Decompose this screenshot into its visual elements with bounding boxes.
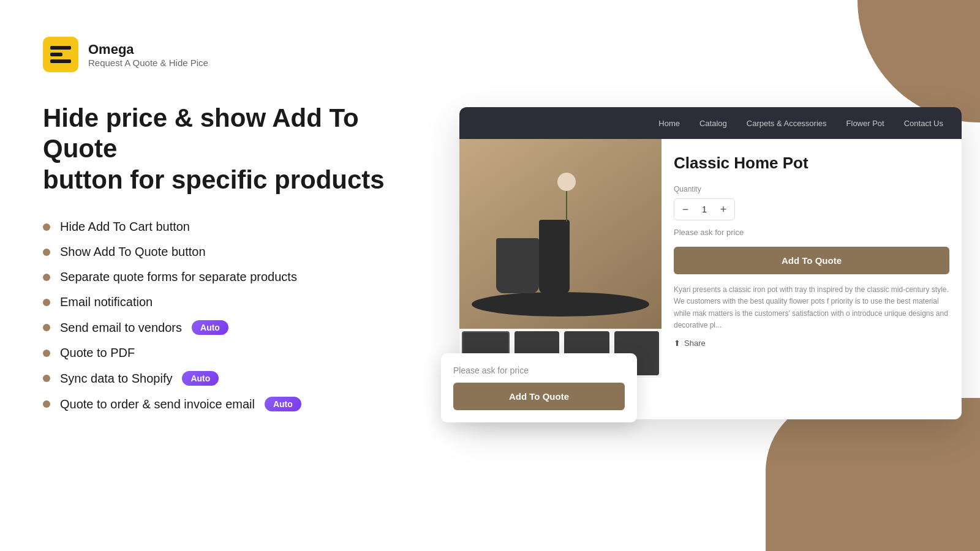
quantity-increase-button[interactable]: + (712, 199, 734, 220)
logo-subtitle: Request A Quote & Hide Pice (88, 58, 208, 68)
logo-icon (43, 37, 78, 72)
auto-badge: Auto (182, 371, 219, 386)
bullet-icon (43, 249, 50, 256)
logo-text: Omega Request A Quote & Hide Pice (88, 42, 208, 68)
bullet-icon (43, 350, 50, 357)
logo-bar-2 (50, 53, 62, 56)
nav-item-carpets[interactable]: Carpets & Accessories (747, 119, 827, 128)
bullet-icon (43, 400, 50, 408)
quantity-label: Quantity (674, 185, 949, 193)
bullet-icon (43, 223, 50, 231)
list-item: Sync data to Shopify Auto (43, 371, 404, 386)
feature-text: Email notification (60, 295, 153, 309)
right-panel: Home Catalog Carpets & Accessories Flowe… (429, 0, 980, 551)
heading-line2: button for specific products (43, 165, 385, 194)
left-panel: Omega Request A Quote & Hide Pice Hide p… (0, 0, 447, 551)
feature-text: Separate quote forms for separate produc… (60, 270, 297, 284)
share-icon: ⬆ (674, 339, 680, 348)
quantity-decrease-button[interactable]: − (674, 199, 696, 220)
nav-items: Home Catalog Carpets & Accessories Flowe… (658, 119, 943, 128)
product-main-image (459, 139, 662, 329)
feature-text: Sync data to Shopify (60, 372, 172, 386)
nav-item-catalog[interactable]: Catalog (699, 119, 727, 128)
flower-decoration (542, 173, 591, 222)
bullet-icon (43, 375, 50, 382)
feature-text: Hide Add To Cart button (60, 220, 190, 234)
quantity-control: − 1 + (674, 198, 735, 220)
flower-head (557, 173, 576, 191)
product-description: Kyari presents a classic iron pot with t… (674, 284, 949, 331)
table-surface (472, 292, 649, 317)
feature-list: Hide Add To Cart button Show Add To Quot… (43, 220, 404, 411)
list-item: Email notification (43, 295, 404, 309)
list-item: Send email to vendors Auto (43, 320, 404, 335)
bullet-icon (43, 299, 50, 306)
add-to-quote-button[interactable]: Add To Quote (674, 247, 949, 274)
product-details: Classic Home Pot Quantity − 1 + Please a… (662, 139, 962, 419)
product-title: Classic Home Pot (674, 154, 949, 173)
feature-text: Show Add To Quote button (60, 245, 206, 259)
feature-text: Quote to PDF (60, 346, 135, 360)
bullet-icon (43, 274, 50, 281)
main-heading: Hide price & show Add To Quote button fo… (43, 103, 404, 195)
ask-for-price-text: Please ask for price (674, 228, 949, 237)
list-item: Show Add To Quote button (43, 245, 404, 259)
auto-badge: Auto (192, 320, 228, 335)
pot-wide (496, 238, 539, 293)
pot-scene (459, 139, 662, 329)
bullet-icon (43, 324, 50, 331)
feature-text: Send email to vendors (60, 321, 182, 335)
nav-item-flower-pot[interactable]: Flower Pot (846, 119, 884, 128)
logo-bar-3 (50, 59, 71, 63)
popup-card: Please ask for price Add To Quote (441, 353, 637, 422)
nav-item-contact[interactable]: Contact Us (904, 119, 943, 128)
popup-ask-price: Please ask for price (453, 365, 625, 375)
heading-line1: Hide price & show Add To Quote (43, 103, 359, 163)
logo-title: Omega (88, 42, 208, 58)
browser-nav: Home Catalog Carpets & Accessories Flowe… (459, 107, 962, 139)
list-item: Hide Add To Cart button (43, 220, 404, 234)
pot-tall (539, 220, 570, 293)
quantity-value: 1 (696, 204, 712, 214)
list-item: Quote to order & send invoice email Auto (43, 397, 404, 411)
auto-badge: Auto (265, 397, 301, 411)
share-link[interactable]: ⬆ Share (674, 339, 949, 348)
logo-bar-1 (50, 46, 71, 50)
share-label: Share (684, 339, 706, 348)
list-item: Quote to PDF (43, 346, 404, 360)
list-item: Separate quote forms for separate produc… (43, 270, 404, 284)
nav-item-home[interactable]: Home (658, 119, 680, 128)
popup-add-to-quote-button[interactable]: Add To Quote (453, 383, 625, 410)
logo-area: Omega Request A Quote & Hide Pice (43, 37, 404, 72)
feature-text: Quote to order & send invoice email (60, 397, 255, 411)
